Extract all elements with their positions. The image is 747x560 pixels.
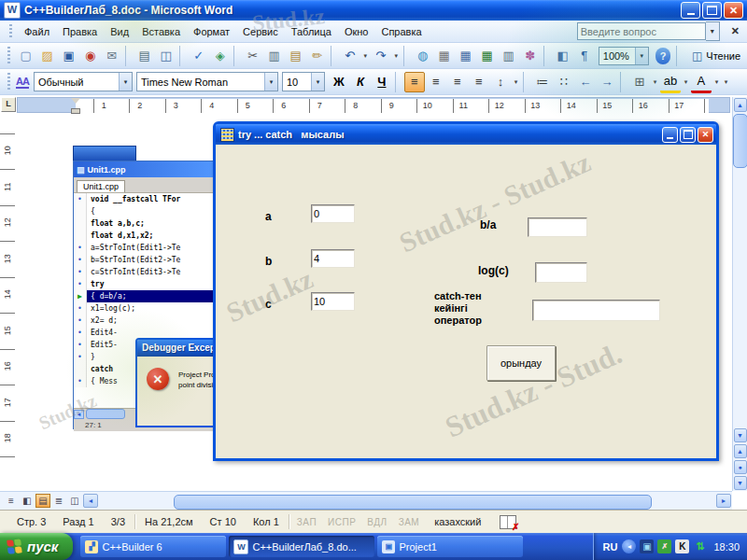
styles-icon[interactable]: АА: [16, 76, 29, 89]
hscroll-thumb[interactable]: [174, 495, 652, 510]
output-ba[interactable]: [528, 217, 587, 237]
browse-next-icon[interactable]: ▼: [734, 476, 747, 490]
font-select[interactable]: Times New Roman ▾: [136, 72, 278, 91]
normal-view-button[interactable]: ≡: [4, 494, 19, 508]
columns-icon[interactable]: ▥: [499, 46, 519, 66]
vertical-ruler[interactable]: 101112131415161718: [0, 116, 16, 491]
toolbar-icon[interactable]: [543, 46, 550, 66]
question-dropdown-icon[interactable]: ▾: [706, 21, 720, 41]
taskbar-button[interactable]: ▞ C++Builder 6: [80, 536, 226, 557]
undo-dropdown-icon[interactable]: ▾: [361, 46, 370, 66]
increase-indent-icon[interactable]: →: [597, 72, 617, 92]
hidden-icons-chevron[interactable]: ◂: [622, 539, 636, 553]
input-a[interactable]: [311, 204, 355, 223]
help-icon[interactable]: ?: [655, 48, 671, 64]
borders-icon[interactable]: ⊞: [629, 72, 650, 92]
form-maximize-button[interactable]: [680, 127, 696, 143]
cut-icon[interactable]: ✂: [243, 46, 263, 66]
taskbar-button[interactable]: ▣ Project1: [377, 536, 523, 557]
spelling-status-icon[interactable]: [500, 515, 516, 529]
code-scroll-thumb[interactable]: [86, 409, 125, 419]
show-hide-icon[interactable]: ¶: [574, 46, 595, 66]
print-layout-button[interactable]: ▤: [35, 494, 50, 508]
network-activity-icon[interactable]: ⇅: [693, 539, 707, 553]
word-titlebar[interactable]: W C++BuilderЛаб_8.doc - Microsoft Word ✕: [0, 0, 747, 21]
browse-previous-icon[interactable]: ▲: [734, 444, 747, 458]
toolbar-icon[interactable]: [331, 46, 337, 66]
form-minimize-button[interactable]: [662, 127, 678, 143]
menu-item[interactable]: Файл: [18, 23, 56, 40]
code-scroll-left-icon[interactable]: ◂: [74, 410, 84, 419]
status-mode[interactable]: ВДЛ: [361, 517, 392, 527]
zoom-select[interactable]: 100% ▾: [599, 47, 649, 65]
decrease-indent-icon[interactable]: ←: [575, 72, 596, 92]
tab-stop-selector[interactable]: L: [1, 97, 16, 112]
vertical-scrollbar[interactable]: ▲ ▼ ▲ ● ▼: [732, 97, 747, 491]
copy-icon[interactable]: ▥: [264, 46, 285, 66]
format-painter-icon[interactable]: ✏: [307, 46, 328, 66]
justify-icon[interactable]: ≡: [469, 72, 489, 92]
bullet-list-icon[interactable]: ∷: [554, 72, 574, 92]
menu-item[interactable]: Правка: [56, 23, 104, 40]
bold-icon[interactable]: Ж: [329, 72, 349, 92]
unit1-title-bar[interactable]: ▤ Unit1.cpp: [74, 161, 219, 177]
question-input[interactable]: [577, 22, 706, 40]
output-logc[interactable]: [535, 262, 587, 283]
insert-table-icon[interactable]: ▦: [456, 46, 476, 66]
toolbar-icon[interactable]: [179, 46, 186, 66]
format-icon[interactable]: [395, 72, 402, 92]
font-color-dropdown-icon[interactable]: ▾: [712, 72, 721, 92]
scroll-up-icon[interactable]: ▲: [734, 98, 747, 112]
permission-icon[interactable]: ◉: [80, 46, 101, 66]
line-spacing-icon[interactable]: ↕: [490, 72, 511, 92]
hscroll-right-icon[interactable]: ▸: [716, 494, 731, 508]
menubar-close-icon[interactable]: ✕: [724, 25, 747, 37]
toolbar-icon[interactable]: [403, 46, 410, 66]
status-language[interactable]: казахский: [427, 516, 488, 527]
save-icon[interactable]: ▣: [59, 46, 79, 66]
line-spacing-dropdown-icon[interactable]: ▾: [512, 72, 520, 92]
menu-item[interactable]: Вставка: [135, 23, 187, 40]
taskbar-button[interactable]: W C++BuilderЛаб_8.do...: [229, 536, 374, 557]
paste-icon[interactable]: ▤: [286, 46, 306, 66]
unit1-tab[interactable]: Unit1.cpp: [77, 180, 125, 192]
document-map-icon[interactable]: ◧: [553, 46, 573, 66]
tables-borders-icon[interactable]: ▦: [434, 46, 455, 66]
indent-marker[interactable]: [70, 98, 81, 114]
hscroll-left-icon[interactable]: ◂: [83, 494, 98, 508]
format-icon[interactable]: [523, 72, 529, 92]
restore-button[interactable]: [702, 2, 722, 19]
font-color-icon[interactable]: А: [691, 70, 712, 93]
format-icon[interactable]: [620, 72, 627, 92]
outline-view-button[interactable]: ≣: [51, 494, 66, 508]
toolbar-icon[interactable]: [125, 46, 132, 66]
highlight-dropdown-icon[interactable]: ▾: [682, 72, 690, 92]
align-right-icon[interactable]: ≡: [447, 72, 468, 92]
underline-icon[interactable]: Ч: [372, 72, 392, 92]
open-folder-icon[interactable]: ▨: [37, 46, 58, 66]
status-mode[interactable]: ИСПР: [322, 517, 361, 527]
borders-dropdown-icon[interactable]: ▾: [651, 72, 659, 92]
print-icon[interactable]: ▤: [134, 46, 155, 66]
kaspersky-icon[interactable]: K: [675, 539, 689, 553]
menu-item[interactable]: Формат: [187, 23, 236, 40]
new-document-icon[interactable]: ▢: [16, 46, 36, 66]
drawing-icon[interactable]: ✽: [520, 46, 541, 66]
reading-layout-button[interactable]: ◫: [67, 494, 82, 508]
try-catch-form[interactable]: try ... catch мысалы ✕ a b c b/a log(c) …: [213, 121, 719, 461]
input-c[interactable]: [311, 292, 355, 311]
language-indicator[interactable]: RU: [603, 541, 618, 553]
hscroll-track[interactable]: [99, 494, 715, 509]
spelling-icon[interactable]: ✓: [189, 46, 209, 66]
insert-excel-table-icon[interactable]: ▦: [477, 46, 498, 66]
form-close-button[interactable]: ✕: [698, 127, 713, 143]
menu-item[interactable]: Таблица: [285, 23, 338, 40]
close-button[interactable]: ✕: [724, 2, 743, 19]
horizontal-ruler[interactable]: 1234567891011121314151617: [17, 97, 730, 113]
italic-icon[interactable]: К: [350, 72, 371, 92]
execute-button[interactable]: орындау: [486, 345, 556, 381]
scroll-thumb[interactable]: [733, 114, 747, 168]
scroll-down-icon[interactable]: ▼: [734, 428, 747, 442]
toolbar-icon[interactable]: [233, 46, 240, 66]
print-preview-icon[interactable]: ◫: [156, 46, 176, 66]
